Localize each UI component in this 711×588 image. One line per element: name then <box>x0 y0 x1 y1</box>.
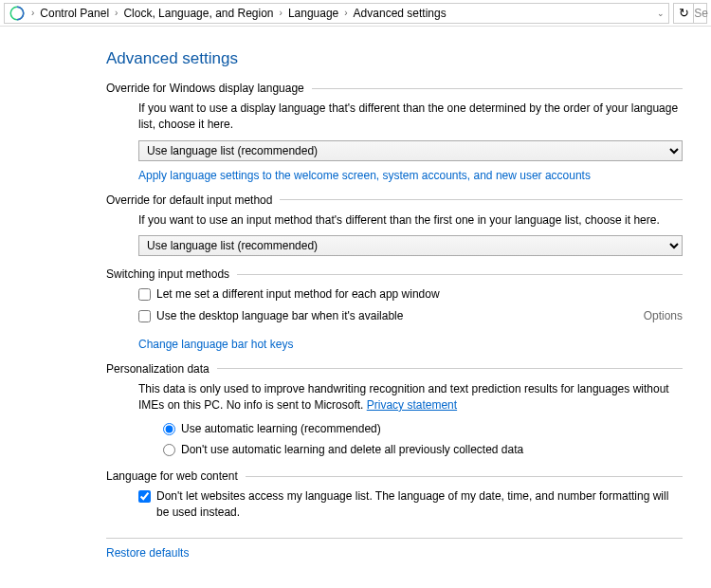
input-method-select[interactable]: Use language list (recommended) <box>138 235 683 256</box>
checkbox-label: Let me set a different input method for … <box>156 286 440 303</box>
restore-defaults-link[interactable]: Restore defaults <box>106 546 189 560</box>
section-input-method: Override for default input method <box>106 193 683 207</box>
breadcrumb-item[interactable]: Language <box>288 7 338 20</box>
no-learning-radio[interactable] <box>163 444 175 456</box>
search-input[interactable]: Se <box>694 3 707 24</box>
section-label: Override for default input method <box>106 193 272 207</box>
section-label: Override for Windows display language <box>106 82 304 95</box>
display-language-select[interactable]: Use language list (recommended) <box>138 140 683 161</box>
breadcrumb[interactable]: › Control Panel › Clock, Language, and R… <box>4 3 669 24</box>
apply-welcome-link[interactable]: Apply language settings to the welcome s… <box>138 169 591 182</box>
control-panel-icon <box>9 5 26 22</box>
page-title: Advanced settings <box>106 49 683 68</box>
section-personalization: Personalization data <box>106 362 683 376</box>
section-web-content: Language for web content <box>106 469 683 483</box>
chevron-right-icon: › <box>280 8 283 18</box>
section-label: Personalization data <box>106 362 210 376</box>
chevron-down-icon[interactable]: ⌄ <box>657 9 665 18</box>
options-link[interactable]: Options <box>644 308 683 324</box>
section-switching: Switching input methods <box>106 267 683 281</box>
radio-label: Don't use automatic learning and delete … <box>181 442 523 458</box>
description: If you want to use an input method that'… <box>138 212 683 229</box>
checkbox-label: Use the desktop language bar when it's a… <box>156 308 403 324</box>
description: If you want to use a display language th… <box>138 101 683 133</box>
hotkeys-link[interactable]: Change language bar hot keys <box>138 338 293 351</box>
divider <box>106 538 683 539</box>
content-area: Advanced settings Override for Windows d… <box>0 27 711 560</box>
privacy-link[interactable]: Privacy statement <box>367 397 457 413</box>
checkbox-label: Don't let websites access my language li… <box>156 488 683 521</box>
chevron-right-icon: › <box>115 8 118 18</box>
address-bar: › Control Panel › Clock, Language, and R… <box>0 0 711 27</box>
refresh-button[interactable]: ↻ <box>673 3 694 24</box>
section-label: Language for web content <box>106 469 238 483</box>
auto-learning-radio[interactable] <box>163 423 175 435</box>
breadcrumb-item[interactable]: Advanced settings <box>354 7 447 20</box>
desktop-langbar-checkbox[interactable] <box>138 310 151 322</box>
description: This data is only used to improve handwr… <box>138 381 683 413</box>
breadcrumb-item[interactable]: Clock, Language, and Region <box>123 7 273 20</box>
per-app-input-checkbox[interactable] <box>138 288 151 301</box>
chevron-right-icon: › <box>31 8 34 18</box>
radio-label: Use automatic learning (recommended) <box>181 421 381 437</box>
section-display-language: Override for Windows display language <box>106 82 683 95</box>
section-label: Switching input methods <box>106 267 229 281</box>
chevron-right-icon: › <box>344 8 347 18</box>
breadcrumb-item[interactable]: Control Panel <box>40 7 109 20</box>
block-website-lang-checkbox[interactable] <box>138 490 151 503</box>
